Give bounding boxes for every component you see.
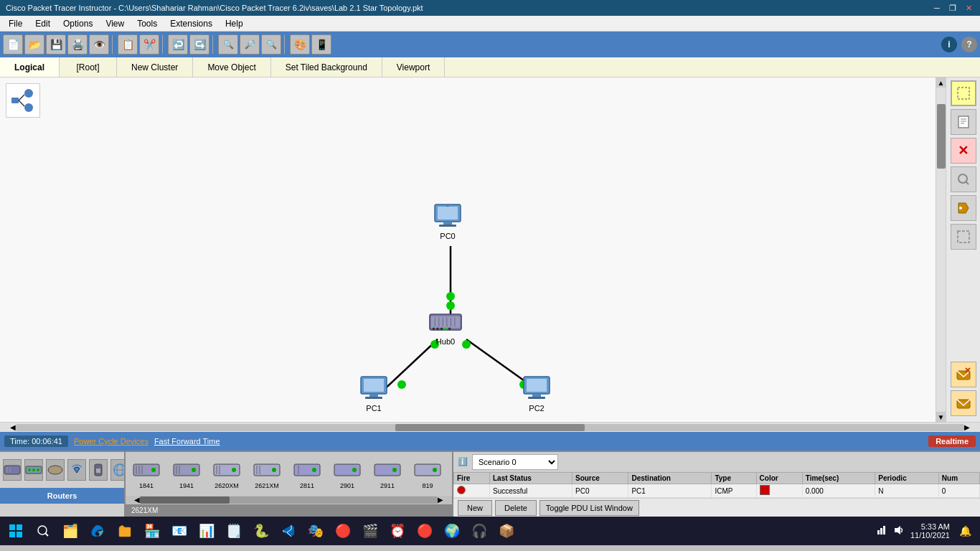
device-1841[interactable]: 1841 xyxy=(128,458,164,489)
delete-scenario-btn[interactable]: Delete xyxy=(495,500,537,516)
scenario-select[interactable]: Scenario 0 xyxy=(472,454,558,470)
network-canvas[interactable]: PC0 xyxy=(0,77,946,422)
select-area-btn[interactable] xyxy=(951,224,976,250)
device-819[interactable]: 819 xyxy=(410,458,446,489)
network-tray-icon[interactable] xyxy=(876,524,887,538)
device-scroll-thumb[interactable] xyxy=(140,496,230,504)
pdu-row-0[interactable]: Successful PC0 PC1 ICMP 0.000 N 0 xyxy=(454,484,980,498)
scroll-left-btn[interactable]: ◀ xyxy=(10,423,16,431)
delete-tool-btn[interactable]: ✕ xyxy=(951,138,976,164)
save-btn[interactable]: 💾 xyxy=(46,34,66,55)
redo-btn[interactable]: ↪️ xyxy=(189,34,209,55)
inspect-tool-btn[interactable] xyxy=(951,166,976,192)
app1-btn[interactable]: 🎭 xyxy=(303,519,329,542)
info-btn[interactable]: i xyxy=(941,37,957,52)
packet-tracer-taskbar-btn[interactable]: 📦 xyxy=(494,519,519,542)
pc1-device[interactable]: PC1 xyxy=(357,375,391,413)
category-wan[interactable] xyxy=(110,459,124,481)
menu-options[interactable]: Options xyxy=(57,17,98,30)
h-scrollbar-thumb[interactable] xyxy=(395,424,585,431)
audio-btn[interactable]: 🎧 xyxy=(466,519,492,542)
cut-btn[interactable]: ✂️ xyxy=(139,34,159,55)
nav-logical[interactable]: Logical xyxy=(0,57,60,77)
toggle-pdu-btn[interactable]: Toggle PDU List Window xyxy=(540,500,639,516)
undo-btn[interactable]: ↩️ xyxy=(168,34,188,55)
volume-tray-icon[interactable] xyxy=(893,524,905,538)
print-btn[interactable]: 🖨️ xyxy=(67,34,88,55)
device-2911[interactable]: 2911 xyxy=(369,458,405,489)
help-btn[interactable]: ? xyxy=(961,37,977,52)
power-cycle-btn[interactable]: Power Cycle Devices xyxy=(74,437,149,446)
note-tool-btn[interactable] xyxy=(951,109,976,135)
realtime-btn[interactable]: Realtime xyxy=(928,435,976,447)
pc0-device[interactable]: PC0 xyxy=(430,203,465,240)
restore-btn[interactable]: ❐ xyxy=(947,3,958,13)
zoom-fit-btn[interactable]: 🔍 xyxy=(261,34,281,55)
hub0-device[interactable]: Hub0 xyxy=(428,309,463,346)
excel-btn[interactable]: 📊 xyxy=(194,519,220,542)
menu-extensions[interactable]: Extensions xyxy=(164,17,218,30)
close-btn[interactable]: ✕ xyxy=(963,3,974,13)
send-pdu-btn[interactable] xyxy=(951,362,976,387)
menu-edit[interactable]: Edit xyxy=(29,17,56,30)
menu-tools[interactable]: Tools xyxy=(131,17,163,30)
python-btn[interactable]: 🐍 xyxy=(248,519,274,542)
nav-set-tiled-bg[interactable]: Set Tiled Background xyxy=(271,57,382,77)
notepad-btn[interactable]: 🗒️ xyxy=(221,519,247,542)
category-wireless[interactable] xyxy=(67,459,86,481)
browser-btn[interactable]: 🌍 xyxy=(439,519,465,542)
start-btn[interactable] xyxy=(3,519,29,542)
dev-scroll-left[interactable]: ◀ xyxy=(134,496,140,504)
mail-btn[interactable]: 📧 xyxy=(166,519,192,542)
vscode-btn[interactable] xyxy=(275,519,301,542)
app2-btn[interactable]: 🔴 xyxy=(330,519,356,542)
copy-btn[interactable]: 📋 xyxy=(118,34,138,55)
receive-pdu-btn[interactable] xyxy=(951,390,976,416)
category-routers[interactable] xyxy=(3,459,22,481)
app3-btn[interactable]: 🔴 xyxy=(412,519,438,542)
scroll-right-btn[interactable]: ▶ xyxy=(964,423,970,431)
search-btn[interactable] xyxy=(30,519,56,542)
pc2-device[interactable]: PC2 xyxy=(519,375,554,413)
open-btn[interactable]: 📂 xyxy=(24,34,44,55)
media-btn[interactable]: 🎬 xyxy=(357,519,383,542)
v-scrollbar[interactable]: ▲ ▼ xyxy=(936,77,946,422)
logical-view-icon[interactable] xyxy=(6,83,40,118)
palette-btn[interactable]: 🎨 xyxy=(290,34,310,55)
nav-root[interactable]: [Root] xyxy=(60,57,117,77)
category-security[interactable] xyxy=(89,459,108,481)
dev-scroll-right[interactable]: ▶ xyxy=(438,496,443,504)
alarm-btn[interactable]: ⏰ xyxy=(385,519,410,542)
device-scroll-track[interactable] xyxy=(140,496,438,504)
category-hubs[interactable] xyxy=(46,459,65,481)
category-switches[interactable] xyxy=(24,459,43,481)
device-2811[interactable]: 2811 xyxy=(289,458,325,489)
preview-btn[interactable]: 👁️ xyxy=(89,34,109,55)
nav-move-object[interactable]: Move Object xyxy=(193,57,270,77)
device-2621xm[interactable]: 2621XM xyxy=(249,458,285,489)
device-scroll-bar[interactable]: ◀ ▶ xyxy=(126,496,452,505)
device-2620xm[interactable]: 2620XM xyxy=(209,458,245,489)
nav-new-cluster[interactable]: New Cluster xyxy=(117,57,193,77)
nav-viewport[interactable]: Viewport xyxy=(382,57,445,77)
store-btn[interactable]: 🏪 xyxy=(139,519,165,542)
file-explorer-btn[interactable] xyxy=(112,519,138,542)
h-scrollbar-track[interactable] xyxy=(16,424,964,431)
device-2901[interactable]: 2901 xyxy=(329,458,365,489)
fast-forward-btn[interactable]: Fast Forward Time xyxy=(154,437,220,446)
tag-tool-btn[interactable] xyxy=(951,195,976,221)
edge-btn[interactable] xyxy=(85,519,110,542)
select-tool-btn[interactable] xyxy=(951,80,976,106)
device-1941[interactable]: 1941 xyxy=(169,458,204,489)
menu-help[interactable]: Help xyxy=(220,17,249,30)
custom-btn[interactable]: 🔎 xyxy=(240,34,260,55)
menu-view[interactable]: View xyxy=(100,17,130,30)
task-view-btn[interactable]: 🗂️ xyxy=(57,519,83,542)
zoom-in-btn[interactable]: 🔍 xyxy=(218,34,238,55)
custom2-btn[interactable]: 📱 xyxy=(311,34,331,55)
new-btn[interactable]: 📄 xyxy=(3,34,23,55)
minimize-btn[interactable]: ─ xyxy=(931,3,943,13)
menu-file[interactable]: File xyxy=(3,17,28,30)
notification-btn[interactable]: 🔔 xyxy=(956,519,974,542)
new-scenario-btn[interactable]: New xyxy=(458,500,492,516)
